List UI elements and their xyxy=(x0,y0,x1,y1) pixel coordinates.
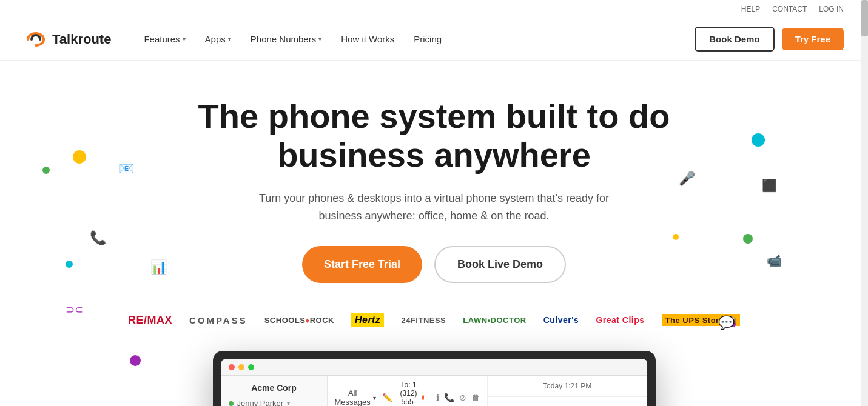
online-status-indicator xyxy=(229,401,234,406)
apps-chevron-icon: ▾ xyxy=(228,36,231,42)
voicemail-icon: ⊃⊂ xyxy=(66,303,84,316)
deco-green-dot-2 xyxy=(743,234,753,244)
microphone-icon: 🎤 xyxy=(679,171,695,187)
chat-bubble-icon: 💬 xyxy=(718,315,735,331)
deco-yellow-dot-2 xyxy=(673,234,679,240)
try-free-button[interactable]: Try Free xyxy=(782,28,844,50)
message-to-field: To: 1 (312) 555-9208 xyxy=(399,381,424,406)
laptop-frame: Acme Corp Jenny Parker ▾ All Messages xyxy=(213,351,656,406)
chart-icon: 📊 xyxy=(150,259,167,275)
brand-lawn-doctor: LAWN•DOCTOR xyxy=(463,316,526,325)
logo[interactable]: Talkroute xyxy=(24,31,111,48)
login-link[interactable]: LOG IN xyxy=(819,5,844,13)
deco-purple-dot-1 xyxy=(130,355,141,366)
contact-name: Jenny Parker xyxy=(237,399,284,406)
hero-headline: The phone system built to do business an… xyxy=(198,97,671,175)
top-bar: HELP CONTACT LOG IN xyxy=(0,0,868,18)
video-icon: 📹 xyxy=(767,253,782,268)
nav-pricing[interactable]: Pricing xyxy=(405,29,450,49)
brand-schools-of-rock: SCHOOLS♦ROCK xyxy=(264,316,334,325)
phone-numbers-chevron-icon: ▾ xyxy=(318,36,321,42)
help-link[interactable]: HELP xyxy=(741,5,760,13)
deco-blue-dot-1 xyxy=(66,261,73,268)
contact-link[interactable]: CONTACT xyxy=(772,5,807,13)
brand-24-fitness: 24FITNESS xyxy=(401,316,446,325)
brand-remax: RE/MAX xyxy=(128,314,172,327)
hero-buttons: Start Free Trial Book Live Demo xyxy=(24,246,844,283)
hero-section: 📧 📞 📊 ⊃⊂ 🎤 ⬛ 📹 💬 The phone system built … xyxy=(0,61,868,406)
window-maximize-dot xyxy=(248,364,254,370)
messages-header: All Messages ▾ ✏️ To: 1 (312) 555-9208 ℹ… xyxy=(328,376,487,406)
start-free-trial-button[interactable]: Start Free Trial xyxy=(302,246,422,283)
brand-great-clips: Great Clips xyxy=(596,315,644,325)
compose-icon[interactable]: ✏️ xyxy=(382,393,392,402)
org-chart-icon: ⬛ xyxy=(762,178,777,193)
brand-culvers: Culver's xyxy=(543,315,579,325)
delete-icon[interactable]: 🗑 xyxy=(471,393,480,402)
nav-actions: Book Demo Try Free xyxy=(695,27,844,52)
app-body: Acme Corp Jenny Parker ▾ All Messages xyxy=(221,376,647,406)
features-chevron-icon: ▾ xyxy=(183,36,186,42)
logo-icon xyxy=(24,31,47,48)
contact-row[interactable]: Jenny Parker ▾ xyxy=(229,399,320,406)
app-preview: Acme Corp Jenny Parker ▾ All Messages xyxy=(213,351,656,406)
recipient-status-dot xyxy=(422,395,423,400)
book-demo-button[interactable]: Book Demo xyxy=(695,27,774,52)
messages-filter[interactable]: All Messages ▾ xyxy=(335,388,376,406)
conversation-date: Today 1:21 PM xyxy=(488,376,647,397)
window-close-dot xyxy=(229,364,235,370)
nav-links: Features ▾ Apps ▾ Phone Numbers ▾ How it… xyxy=(135,29,695,49)
hero-subtext: Turn your phones & desktops into a virtu… xyxy=(258,190,610,225)
window-topbar xyxy=(221,359,647,376)
deco-yellow-dot-1 xyxy=(73,150,86,164)
email-icon: 📧 xyxy=(119,161,134,176)
info-icon[interactable]: ℹ xyxy=(436,393,439,402)
logo-text: Talkroute xyxy=(52,32,111,47)
nav-features[interactable]: Features ▾ xyxy=(135,29,193,49)
book-live-demo-button[interactable]: Book Live Demo xyxy=(434,246,566,283)
window-minimize-dot xyxy=(238,364,244,370)
phone-icon: 📞 xyxy=(90,230,106,246)
messages-panel: All Messages ▾ ✏️ To: 1 (312) 555-9208 ℹ… xyxy=(328,376,487,406)
nav-how-it-works[interactable]: How it Works xyxy=(332,29,403,49)
nav-apps[interactable]: Apps ▾ xyxy=(197,29,240,49)
deco-green-dot-1 xyxy=(42,167,50,174)
nav-phone-numbers[interactable]: Phone Numbers ▾ xyxy=(242,29,330,49)
main-nav: Talkroute Features ▾ Apps ▾ Phone Number… xyxy=(0,18,868,61)
app-sidebar: Acme Corp Jenny Parker ▾ xyxy=(221,376,328,406)
laptop-screen: Acme Corp Jenny Parker ▾ All Messages xyxy=(221,359,647,406)
message-detail-panel: Today 1:21 PM xyxy=(487,376,647,406)
deco-cyan-dot-1 xyxy=(752,133,765,147)
contact-chevron-icon: ▾ xyxy=(287,400,290,406)
brand-hertz: Hertz xyxy=(351,313,385,327)
message-action-icons: ℹ 📞 ⊘ 🗑 xyxy=(436,393,480,402)
messages-chevron-icon: ▾ xyxy=(373,394,376,401)
block-icon[interactable]: ⊘ xyxy=(459,393,466,402)
company-name: Acme Corp xyxy=(229,383,320,393)
call-icon[interactable]: 📞 xyxy=(444,393,454,402)
brand-compass: COMPASS xyxy=(189,315,247,325)
